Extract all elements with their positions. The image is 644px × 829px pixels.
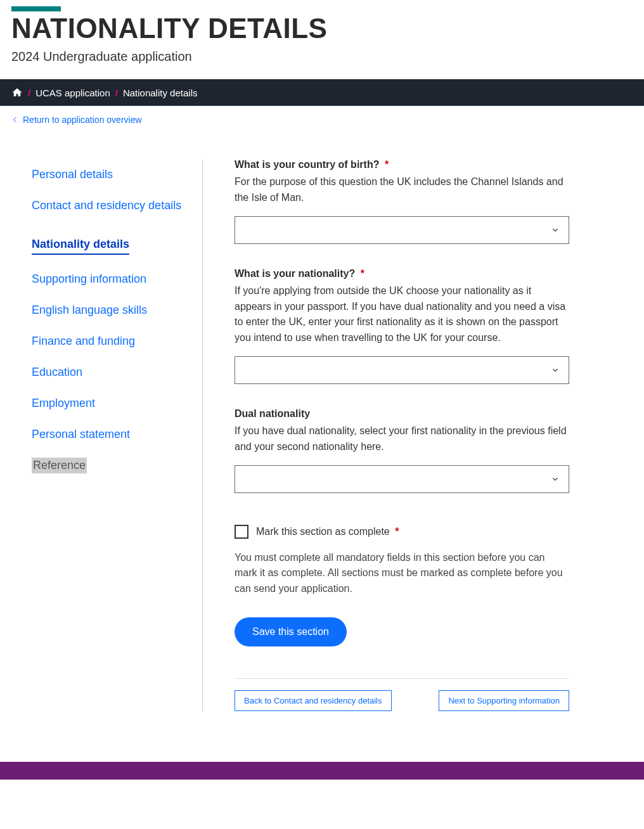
country-of-birth-label: What is your country of birth?: [235, 159, 379, 170]
chevron-down-icon: [551, 366, 560, 375]
footer-bar: [0, 762, 644, 780]
nationality-select[interactable]: [235, 356, 569, 384]
return-to-overview-link[interactable]: Return to application overview: [0, 106, 644, 134]
sidebar-item-contact-residency[interactable]: Contact and residency details: [32, 190, 190, 221]
sidebar-item-employment[interactable]: Employment: [32, 388, 190, 419]
page-subtitle: 2024 Undergraduate application: [11, 49, 633, 64]
mark-complete-label: Mark this section as complete *: [256, 526, 399, 537]
save-button[interactable]: Save this section: [235, 617, 347, 646]
breadcrumb-separator: /: [28, 87, 30, 98]
section-sidebar: Personal details Contact and residency d…: [19, 159, 203, 711]
accent-bar: [11, 6, 61, 11]
nationality-label: What is your nationality?: [235, 268, 355, 279]
page-title: NATIONALITY DETAILS: [11, 14, 633, 43]
field-country-of-birth: What is your country of birth? * For the…: [235, 159, 569, 244]
country-of-birth-select[interactable]: [235, 216, 569, 244]
breadcrumb-separator: /: [115, 87, 118, 98]
country-of-birth-help: For the purpose of this question the UK …: [235, 174, 569, 206]
breadcrumb-item-current: Nationality details: [123, 87, 198, 98]
required-star: *: [361, 268, 364, 279]
breadcrumb-item-ucas[interactable]: UCAS application: [35, 87, 110, 98]
sidebar-item-personal-statement[interactable]: Personal statement: [32, 419, 190, 450]
sidebar-item-education[interactable]: Education: [32, 357, 190, 388]
required-star: *: [395, 526, 399, 537]
breadcrumb: / UCAS application / Nationality details: [0, 79, 644, 106]
footer-nav: Back to Contact and residency details Ne…: [235, 678, 569, 711]
sidebar-item-nationality-details[interactable]: Nationality details: [32, 229, 129, 255]
sidebar-item-english-language[interactable]: English language skills: [32, 295, 190, 326]
mark-complete-help: You must complete all mandatory fields i…: [235, 550, 569, 597]
field-dual-nationality: Dual nationality If you have dual nation…: [235, 408, 569, 493]
mark-complete-checkbox[interactable]: [235, 525, 248, 539]
required-star: *: [385, 159, 389, 170]
dual-nationality-select[interactable]: [235, 465, 569, 493]
dual-nationality-help: If you have dual nationality, select you…: [235, 423, 569, 455]
next-button[interactable]: Next to Supporting information: [439, 690, 569, 711]
mark-complete-text: Mark this section as complete: [256, 526, 390, 537]
sidebar-item-personal-details[interactable]: Personal details: [32, 159, 190, 190]
back-button[interactable]: Back to Contact and residency details: [235, 690, 392, 711]
mark-complete-row: Mark this section as complete *: [235, 525, 569, 539]
sidebar-item-reference: Reference: [32, 458, 87, 473]
field-nationality: What is your nationality? * If you're ap…: [235, 268, 569, 384]
dual-nationality-label: Dual nationality: [235, 408, 310, 419]
nationality-help: If you're applying from outside the UK c…: [235, 283, 569, 346]
chevron-down-icon: [551, 475, 560, 484]
return-link-label: Return to application overview: [23, 115, 142, 125]
content-area: Personal details Contact and residency d…: [0, 134, 644, 736]
chevron-left-icon: [11, 116, 19, 124]
chevron-down-icon: [551, 226, 560, 235]
home-icon[interactable]: [11, 87, 23, 98]
page-header: NATIONALITY DETAILS 2024 Undergraduate a…: [0, 0, 644, 79]
sidebar-item-supporting-information[interactable]: Supporting information: [32, 264, 190, 295]
sidebar-item-finance-funding[interactable]: Finance and funding: [32, 326, 190, 357]
form-panel: What is your country of birth? * For the…: [203, 159, 633, 711]
